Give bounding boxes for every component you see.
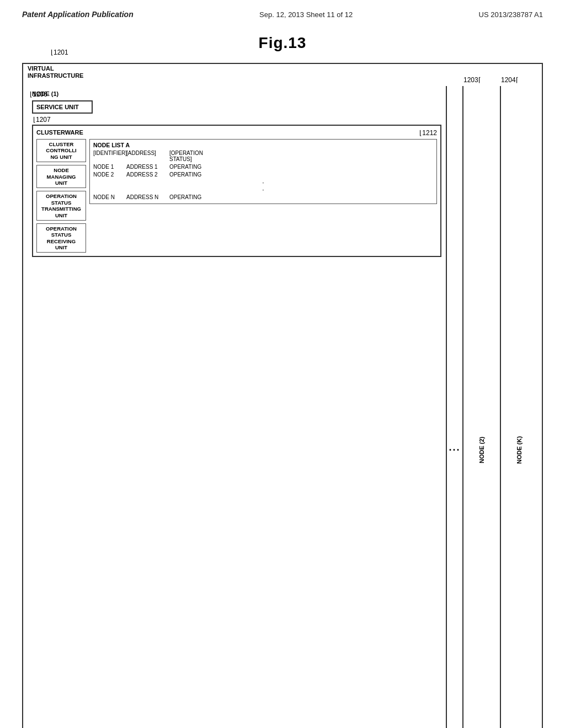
nl-row-node1: NODE 1 ADDRESS 1 OPERATING: [93, 163, 433, 171]
nl-row-nodeN: NODE N ADDRESS N OPERATING: [93, 194, 433, 201]
nl-row-node2: NODE 2 ADDRESS 2 OPERATING: [93, 171, 433, 179]
unit-node-managing: NODEMANAGINGUNIT: [36, 165, 86, 188]
publication-label: Patent Application Publication: [22, 10, 134, 19]
col-op-status: [OPERATIONSTATUS]: [169, 150, 219, 162]
nodes-row: NODE (1) ⌊1206 SERVICE UNIT ⌊1207 CLUSTE…: [28, 86, 537, 728]
service-unit-wrapper: ⌊1206 SERVICE UNIT: [32, 100, 93, 117]
ref-1201: ⌊1201: [51, 49, 68, 56]
unit-cluster-controlling: CLUSTERCONTROLLING UNIT: [36, 139, 86, 162]
ref-1212: ⌊1212: [419, 129, 437, 137]
node2-column: 1203⌈ NODE (2): [462, 86, 500, 728]
nl-dots1: ·: [93, 179, 433, 186]
node-list-a-header: [IDENTIFIER] [ADDRESS] [OPERATIONSTATUS]: [93, 150, 433, 162]
unit-op-status-receiving: OPERATIONSTATUSRECEIVINGUNIT: [36, 223, 86, 253]
date-sheet-label: Sep. 12, 2013 Sheet 11 of 12: [259, 10, 353, 19]
figure-title: Fig.13: [0, 34, 565, 52]
node-list-a-title: NODE LIST A: [93, 142, 433, 148]
ellipsis-dots: ···: [449, 445, 460, 456]
nl-dots2: ·: [93, 186, 433, 193]
service-unit-box: SERVICE UNIT: [32, 100, 93, 114]
node1-column: NODE (1) ⌊1206 SERVICE UNIT ⌊1207 CLUSTE…: [28, 86, 447, 728]
ref-1204: 1204⌈: [501, 76, 519, 84]
node-list-a-area: ⌊1212 NODE LIST A [IDENTIFIER] [ADDRESS]…: [89, 139, 437, 253]
patent-number-label: US 2013/238787 A1: [479, 10, 543, 19]
ref-1206: ⌊1206: [30, 90, 47, 98]
node2-label: NODE (2): [478, 86, 485, 728]
clusterware-label: CLUSTERWARE: [36, 129, 437, 136]
nodeK-label: NODE (K): [516, 86, 523, 728]
node-list-a-box: NODE LIST A [IDENTIFIER] [ADDRESS] [OPER…: [89, 139, 437, 204]
diagram-area: ⌊1201 VIRTUALINFRASTRUCTURE NODE (1) ⌊12…: [22, 63, 543, 728]
cw-units-left: CLUSTERCONTROLLING UNIT NODEMANAGINGUNIT…: [36, 139, 86, 253]
clusterware-inner: CLUSTERCONTROLLING UNIT NODEMANAGINGUNIT…: [36, 139, 437, 253]
ellipsis-col: ···: [447, 86, 462, 728]
clusterware-box: ⌊1207 CLUSTERWARE CLUSTERCONTROLLING UNI…: [32, 125, 441, 257]
nodeK-column: 1204⌈ NODE (K): [500, 86, 537, 728]
virtual-infra-label: VIRTUALINFRASTRUCTURE: [28, 65, 83, 79]
col-identifier: [IDENTIFIER]: [93, 150, 122, 162]
node1-label: NODE (1): [32, 90, 441, 97]
virtual-infrastructure-box: ⌊1201 VIRTUALINFRASTRUCTURE NODE (1) ⌊12…: [22, 63, 543, 728]
page-header: Patent Application Publication Sep. 12, …: [0, 0, 565, 24]
ref-1203: 1203⌈: [463, 76, 481, 84]
unit-op-status-transmitting: OPERATIONSTATUSTRANSMITTINGUNIT: [36, 191, 86, 221]
ref-1207: ⌊1207: [33, 116, 51, 124]
col-address: [ADDRESS]: [126, 150, 165, 162]
